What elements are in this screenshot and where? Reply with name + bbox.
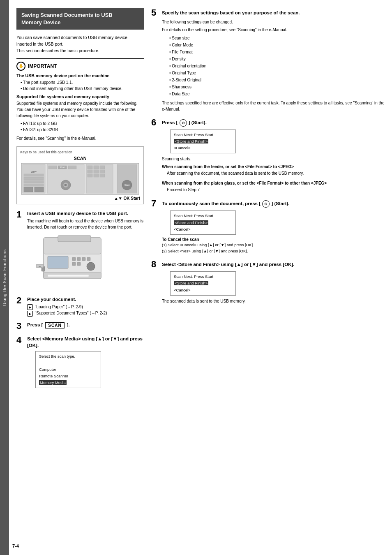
page-number: 7-4: [12, 543, 19, 548]
svg-rect-22: [94, 170, 99, 173]
cancel-note-line1: (1) Select <Cancel> using [▲] or [▼] and…: [162, 242, 385, 248]
header-title: Saving Scanned Documents to USB Memory D…: [21, 12, 113, 25]
important-list1: The port supports USB 1.1. Do not insert…: [16, 79, 144, 92]
settings-list: Scan size Color Mode File Format Density…: [162, 35, 385, 97]
step-2-ref1: ▶ "Loading Paper" (→P. 2-9): [27, 304, 144, 310]
section-header: Saving Scanned Documents to USB Memory D…: [16, 8, 144, 30]
svg-rect-12: [68, 166, 76, 169]
step-6-title: Press [ ⊙ ] (Start).: [162, 118, 207, 127]
lcd7-line3: <Cancel>: [174, 226, 232, 233]
scan-button: SCAN: [45, 322, 64, 328]
setting-item: File Format: [169, 49, 385, 56]
start-icon-7: ⊙: [262, 200, 270, 208]
svg-rect-8: [35, 187, 44, 192]
setting-item: Color Mode: [169, 42, 385, 49]
side-tab-label: Using the Scan Functions: [2, 249, 7, 306]
step-2-ref2: ▶ "Supported Document Types" (→P. 2-2): [27, 310, 144, 316]
list-item: FAT16: up to 2 GB: [21, 120, 144, 127]
important-body2: Supported file systems and memory capaci…: [16, 100, 144, 119]
step-8-title: Select <Store and Finish> using [▲] or […: [162, 260, 294, 268]
svg-rect-20: [100, 166, 105, 169]
svg-rect-32: [58, 236, 91, 242]
svg-text:Start: Start: [125, 184, 130, 186]
step-2: 2 Place your document. ▶ "Loading Paper"…: [16, 296, 144, 317]
setting-item: 2-Sided Original: [169, 76, 385, 83]
svg-rect-35: [77, 257, 81, 261]
list-item: The port supports USB 1.1.: [21, 79, 144, 86]
svg-rect-36: [82, 257, 85, 261]
step-6-scan-starts: Scanning starts.: [162, 156, 385, 162]
svg-rect-18: [88, 166, 92, 169]
ref-icon-2: ▶: [27, 311, 33, 317]
svg-rect-34: [72, 257, 76, 261]
when-scan-body2: Proceed to Step 7: [162, 187, 385, 193]
step-3: 3 Press [ SCAN ].: [16, 321, 144, 331]
left-column: Saving Scanned Documents to USB Memory D…: [16, 8, 144, 547]
right-column: 5 Specify the scan settings based on you…: [151, 8, 385, 547]
svg-rect-39: [77, 262, 81, 266]
lcd-line4: Remote Scanner: [39, 373, 97, 379]
setting-item: Sharpness: [169, 83, 385, 90]
setting-item: Density: [169, 56, 385, 62]
important-label: IMPORTANT: [28, 63, 57, 69]
svg-rect-19: [94, 166, 99, 169]
main-content: Saving Scanned Documents to USB Memory D…: [9, 0, 392, 555]
setting-item: Original Type: [169, 69, 385, 76]
step-5-body2: For details on the setting procedure, se…: [162, 27, 385, 33]
step-5-number: 5: [151, 8, 159, 17]
important-sub1: The USB memory device port on the machin…: [16, 73, 144, 78]
step-2-content: Place your document. ▶ "Loading Paper" (…: [27, 296, 144, 317]
intro-text: You can save scanned documents to USB me…: [16, 35, 144, 54]
step-4-title: Select <Memory Media> using [▲] or [▼] a…: [27, 335, 144, 349]
step-8-header: 8 Select <Store and Finish> using [▲] or…: [151, 260, 385, 269]
important-note: For details, see "Scanning" in the e-Man…: [16, 135, 144, 141]
step-7-number: 7: [151, 199, 159, 208]
when-scanning-2: When scanning from the platen glass, or …: [162, 180, 385, 193]
machine-diagram: [35, 234, 109, 287]
step-3-title-post: ].: [67, 321, 70, 328]
step-8: 8 Select <Store and Finish> using [▲] or…: [151, 260, 385, 304]
step-3-title-pre: Press [: [27, 321, 43, 328]
svg-rect-21: [88, 170, 92, 173]
svg-rect-33: [48, 256, 68, 268]
svg-rect-25: [94, 174, 99, 177]
keyboard-diagram: COPY SCAN: [20, 162, 140, 195]
step-6-number: 6: [151, 118, 159, 127]
list-item: FAT32: up to 32GB: [21, 127, 144, 133]
step-8-number: 8: [151, 260, 159, 269]
step-1-number: 1: [16, 210, 24, 219]
svg-rect-3: [24, 174, 44, 176]
step-4-number: 4: [16, 335, 24, 345]
lcd-screen-8: Scan Next: Press Start <Store and Finish…: [170, 271, 236, 295]
lcd-line5: Memory Media: [39, 379, 97, 386]
lcd-line2: [39, 360, 97, 366]
step-5-title: Specify the scan settings based on your …: [162, 8, 300, 16]
important-list2: FAT16: up to 2 GB FAT32: up to 32GB: [16, 120, 144, 133]
svg-rect-24: [88, 174, 92, 177]
scan-label: SCAN: [20, 156, 140, 161]
step-5: 5 Specify the scan settings based on you…: [151, 8, 385, 112]
step-4: 4 Select <Memory Media> using [▲] or [▼]…: [16, 335, 144, 391]
list-item: Do not insert anything other than USB me…: [21, 86, 144, 92]
step-1-body: The machine will begin to read the devic…: [27, 218, 144, 230]
lcd-screen-4: Select the scan type. Computer Remote Sc…: [35, 351, 101, 388]
when-scanning-1: When scanning from the feeder, or set th…: [162, 164, 385, 177]
svg-rect-26: [100, 174, 105, 177]
svg-text:SCAN: SCAN: [60, 166, 65, 169]
step-3-content: Press [ SCAN ].: [27, 321, 144, 329]
step-5-header: 5 Specify the scan settings based on you…: [151, 8, 385, 17]
svg-rect-42: [36, 264, 44, 268]
step-6: 6 Press [ ⊙ ] (Start). Scan Next: Press …: [151, 118, 385, 193]
lcd-screen-6: Scan Next: Press Start <Store and Finish…: [170, 130, 236, 153]
step-7-header: 7 To continuously scan the document, pre…: [151, 199, 385, 208]
when-scan-body1: After scanning the document, the scanned…: [162, 170, 385, 177]
lcd6-line2: <Store and Finish>: [174, 138, 232, 145]
svg-rect-37: [87, 257, 90, 261]
start-icon-6: ⊙: [180, 119, 187, 127]
svg-rect-5: [24, 180, 44, 183]
lcd7-line2: <Store and Finish>: [174, 220, 232, 226]
svg-rect-6: [24, 184, 44, 186]
svg-point-40: [87, 262, 95, 271]
step-6-header: 6 Press [ ⊙ ] (Start).: [151, 118, 385, 127]
step-1: 1 Insert a USB memory device to the USB …: [16, 210, 144, 291]
